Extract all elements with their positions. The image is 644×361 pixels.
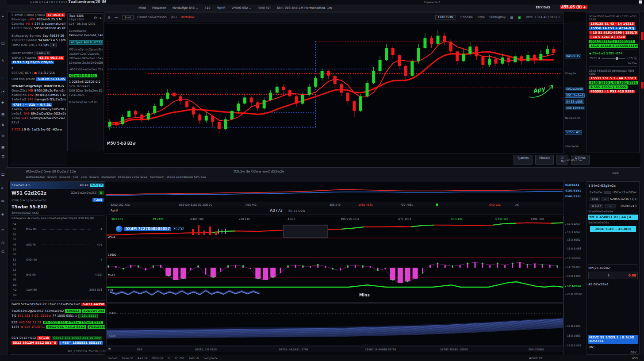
signal1-row-3[interactable]: | 14 5 1241 4 | 1510 [588, 35, 638, 39]
watch-row-3[interactable]: 4109 5 zav2y505batistabon 45.6C [10, 26, 66, 31]
toolbar-icon-13[interactable]: ✉ [1, 199, 4, 203]
settings-header-icons[interactable]: ⚙−▸ [94, 16, 102, 20]
toolbar-right-item-2[interactable]: Time [477, 15, 485, 19]
toolbar-icon-15[interactable]: ✂ [1, 228, 4, 232]
menu-item-4[interactable]: Mprifi [214, 6, 229, 10]
toolbar-icon-9[interactable]: ▣ [1, 145, 5, 149]
settings-row-3[interactable]: 40 2pe5 460 8 L07 E6 [68, 40, 103, 45]
axis-label-6[interactable]: N2w2w5.55 [565, 116, 580, 119]
param-label-7[interactable]: G42r 00 [26, 258, 37, 261]
divider-center-title[interactable]: D2L2w 3e O2ww ww2 d52w2e [234, 169, 284, 173]
signal1-row-1[interactable]: 15950 14 E53 + 4714-01J [588, 26, 638, 31]
alert-row-3[interactable]: E55445 552 11.0145-5512 151 4 T52w 752w2… [10, 320, 105, 325]
watch-row-8[interactable]: Lower accelerCA0-1 G [10, 50, 66, 56]
toolbar-icon-17[interactable]: ✇ [1, 250, 4, 254]
alert-row-2[interactable]: T-0671 551 4-02.-0552w77 1555-0551 1- 15… [10, 313, 105, 319]
order-field-select-1[interactable]: ⌄ [605, 204, 616, 208]
toolbar-icon-14[interactable]: ◈ [1, 212, 4, 216]
toolbar-icon-16[interactable]: ⌬ [1, 241, 4, 245]
watch-row-2[interactable]: Colonist4% 4234 & supernatural 018 [10, 22, 66, 26]
toolbar-left-item-0[interactable]: ⊕ [107, 15, 111, 19]
signal1-row-5[interactable]: 1515 1511A 4 L55555111M [588, 44, 638, 48]
watch-row-1[interactable]: Beverage+6%49EwinG 25.5 M [10, 17, 66, 22]
time-axis-row[interactable]: 52w2 L52 X5UE1642w 5152 E2 2GB 2vA5R HIG… [106, 202, 563, 208]
param-label-13[interactable]: 1wm 60 [26, 288, 37, 291]
order-field-select-0[interactable]: ⌄ [602, 197, 609, 201]
settings-row-10[interactable]: 1 2G5Ew5 G25D5 G 0 [68, 80, 103, 84]
toolbar-left-item-1[interactable]: — [115, 15, 118, 19]
toolbar-icon-3[interactable]: ⌗ [1, 77, 4, 81]
signal1-row-4[interactable]: J51L1555172 | 15051517 [588, 39, 638, 44]
chart-button-0[interactable]: ᛝJames [514, 155, 533, 165]
menu-item-7[interactable]: 654: 993-845-1M Hormonsified, 1m [274, 6, 335, 10]
settings-row-4[interactable]: W2terw2y rec2pture2te 4 [68, 47, 103, 52]
toolbar-left-item-5[interactable]: Bortalow [180, 15, 194, 19]
watch-row-20[interactable]: Lw5z4,54989x2wDw52wr5D2w2wr5w9 [10, 111, 66, 116]
toolbar-right-item-0[interactable]: EURUSDN [435, 15, 456, 19]
menu-item-0[interactable]: Mind [135, 6, 149, 10]
divider-left-title[interactable]: W2wd2w2 5we 30 Du2w2 12e [26, 169, 76, 173]
alert-row-0[interactable]: G42d 52Ew2d52w2-72 L2w2 L52wd52w2w25-611… [10, 302, 105, 307]
signal2-row-1[interactable]: 5155 1550 1 05 1551 5T51 [588, 81, 638, 85]
candlestick-chart[interactable] [105, 23, 564, 154]
watch-row-13[interactable]: Lind two scr-on5183M 5133-BS 52-1450 [10, 77, 66, 81]
axis-label-5[interactable]: 559 15w5w) [565, 106, 585, 110]
watch-row-21[interactable]: T2w45/4352kw/y4D25w2r252w2 / B2v- [10, 116, 66, 120]
toolbar-icon-5[interactable]: ✚ [1, 101, 4, 105]
watch-row-11[interactable]: P [10, 66, 66, 71]
toolbar-icon-4[interactable]: ◔ [1, 90, 4, 94]
toolbar-icon-1[interactable]: ◳ [1, 41, 5, 45]
signal1-row-0[interactable]: 159135 E1 43 - 14 14313 [588, 22, 638, 26]
order-field-value-1[interactable]: 05045743 [621, 204, 636, 208]
toolbar-left-item-4[interactable]: (6L) [171, 15, 177, 19]
toolbar-icon-8[interactable]: ⚙ [1, 134, 4, 138]
menu-item-1[interactable]: Moweren [149, 6, 169, 10]
spread-indicator-chart[interactable] [106, 182, 563, 201]
settings-row-2[interactable]: P42kolton Everedd, 1468 [68, 33, 103, 38]
toggle-switch[interactable] [604, 191, 611, 194]
watch-row-9[interactable]: Walve 1 Fwaves42.35 40/2.45 [10, 56, 66, 60]
alert-row-6[interactable]: 5512 5512M 5512 551^5| F55^ 1555551 5551… [10, 341, 105, 345]
menu-item-2[interactable]: Mzrduffge 845 ⌄ [169, 6, 202, 10]
axis-label-8[interactable]: 52w-5w5b [565, 145, 579, 148]
window-control-box[interactable] [639, 0, 642, 4]
toolbar-left-item-2[interactable]: ⟨⌁⌁⟩ [122, 15, 134, 19]
settings-row-12[interactable]: D09 D2wr 3w2q2we E29 [68, 88, 103, 93]
order-field-value-0[interactable]: 52055-4234 [610, 197, 629, 201]
watch-row-15[interactable]: DewsZ3stMB84Gfr2Gy2s-Ferm2r 3/4 [10, 88, 66, 93]
analysis-row-2[interactable]: W51 G2d2G2z D2w2w2w2w2(2) B [10, 189, 105, 197]
order-field-label-0[interactable]: L5w [590, 197, 600, 201]
settings-row-8[interactable]: -4505 G2ww2w2we T2wwe [68, 67, 103, 72]
settings-row-7[interactable]: L2wwew 2w2w2w2wG9 [68, 61, 103, 65]
toolbar-icon-7[interactable]: ♞ [1, 123, 4, 127]
menu-item-6[interactable]: (4)4) (0) [254, 6, 273, 10]
quote-cyan-badge[interactable]: 2004 '1-49 ~ 45-0(0) [590, 226, 636, 232]
settings-row-5[interactable]: 2w2wff L2wT2wwe/5, [68, 52, 103, 56]
axis-label-0[interactable]: 0450 C15 [565, 54, 581, 58]
order-field-extra-0[interactable]: (1|1) [630, 197, 638, 201]
settings-row-11[interactable]: 52% 3659-425 [68, 84, 103, 88]
signal2-row-0[interactable]: 15531 151 5 1 - 44 7.5513 [588, 76, 638, 81]
watch-row-17[interactable]: 1wfw2w2545hw-ygw5rG5z2w2mw5 [10, 97, 66, 102]
order-field-label-1[interactable]: 4 G27 [590, 204, 603, 208]
right-scrollbar[interactable] [640, 12, 644, 361]
toolbar-right-item-3[interactable]: S6maghay [489, 15, 506, 19]
toolbar-right-item-5[interactable]: ▣ [518, 15, 521, 19]
ribbon-chart[interactable] [106, 303, 564, 346]
alert-row-4[interactable]: 1574⊘ 514 1F1/571,5911-011 +14.2 5512F51… [10, 325, 105, 329]
toolbar-left-item-3[interactable]: Grand Solverdsson [138, 15, 167, 19]
watch-row-0[interactable]: 5 amzil (700a) |70alB17 45.8 4 [10, 13, 66, 17]
axis-label-9[interactable]: – 45.45-5 5w [565, 158, 582, 161]
watch-row-22[interactable]: E2v2 [10, 120, 66, 125]
axis-label-7[interactable]: 5755L.4/5 [565, 130, 582, 134]
volume-stepper[interactable]: E 0.00 [588, 272, 638, 279]
toolbar-right-item-6[interactable]: Vera: 1314.4E) 9157 / [525, 15, 560, 19]
toolbar-icon-10[interactable]: ☰ [1, 155, 4, 159]
toolbar-icon-6[interactable]: ▦ [1, 112, 5, 116]
watch-row-19[interactable]: 1wkzw,5/88552r-Dhw5y2wr52m 4-2r9 [10, 107, 66, 111]
toggle-icon[interactable]: ⎘ [634, 56, 637, 61]
toolbar-right-item-1[interactable]: Cnbosla [460, 15, 473, 19]
menu-item-5[interactable]: Vr/5r6-66z ⌄ [228, 6, 254, 10]
alert-row-1[interactable]: 3w2G42w-2g2w5t52 T42w5w2w219552252w2w724… [10, 309, 105, 313]
signal1-row-2[interactable]: | 15 51 5181-5295 | 1551'5 [588, 31, 638, 35]
